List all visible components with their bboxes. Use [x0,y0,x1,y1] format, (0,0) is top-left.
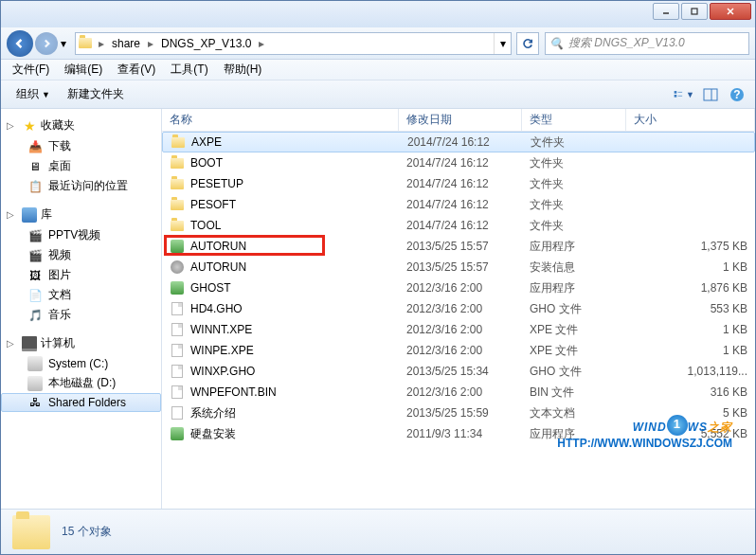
col-type[interactable]: 类型 [522,109,626,131]
file-name: AUTORUN [190,240,246,253]
tree-pictures[interactable]: 🖼图片 [1,265,161,285]
file-name: GHOST [190,281,231,295]
file-list-area: 名称 修改日期 类型 大小 AXPE2014/7/24 16:12文件夹BOOT… [162,109,755,509]
file-size: 1 KB [626,323,755,336]
menu-view[interactable]: 查看(V) [110,60,163,80]
tree-pptv[interactable]: 🎬PPTV视频 [1,225,161,245]
file-size: 1,876 KB [626,281,755,295]
tree-desktop[interactable]: 🖥桌面 [1,156,161,176]
disk-icon [27,376,43,391]
back-button[interactable] [7,30,33,57]
tree-shared-folders[interactable]: 🖧Shared Folders [1,393,161,412]
svg-text:?: ? [733,88,740,101]
history-dropdown[interactable]: ▾ [58,30,69,57]
tree-computer[interactable]: ▷计算机 [1,332,161,354]
tree-documents[interactable]: 📄文档 [1,285,161,305]
tree-drive-c[interactable]: System (C:) [1,354,161,373]
menu-help[interactable]: 帮助(H) [216,60,270,80]
help-button[interactable]: ? [727,84,747,105]
file-row[interactable]: WINXP.GHO2013/5/25 15:34GHO 文件1,013,119.… [162,361,755,382]
crumb-share[interactable]: share [108,33,144,54]
crumb-current[interactable]: DNGS_XP_V13.0 [157,33,255,54]
tree-drive-d[interactable]: 本地磁盘 (D:) [1,373,161,393]
download-icon: 📥 [27,139,43,154]
file-row[interactable]: TOOL2014/7/24 16:12文件夹 [162,215,755,236]
forward-button[interactable] [35,32,58,55]
file-date: 2012/3/16 2:00 [399,344,522,357]
address-bar[interactable]: ▸ share ▸ DNGS_XP_V13.0 ▸ ▾ [75,32,512,55]
file-date: 2012/3/16 2:00 [399,302,522,315]
file-row[interactable]: WNPEFONT.BIN2012/3/16 2:00BIN 文件316 KB [162,382,755,403]
globe-icon [667,415,688,436]
file-row[interactable]: PESOFT2014/7/24 16:12文件夹 [162,194,755,215]
file-date: 2014/7/24 16:12 [399,198,522,211]
nav-tree: ▷★收藏夹 📥下载 🖥桌面 📋最近访问的位置 ▷库 🎬PPTV视频 🎬视频 🖼图… [1,109,162,509]
file-name: PESETUP [190,177,243,190]
blank-icon [170,322,185,337]
tree-downloads[interactable]: 📥下载 [1,136,161,156]
file-type: 文件夹 [522,197,626,213]
file-type: GHO 文件 [522,301,626,317]
file-row[interactable]: WINNT.XPE2012/3/16 2:00XPE 文件1 KB [162,319,755,340]
search-input[interactable]: 🔍 搜索 DNGS_XP_V13.0 [545,32,749,55]
menu-file[interactable]: 文件(F) [5,60,57,80]
file-date: 2013/5/25 15:34 [399,365,522,378]
folder-icon [170,218,185,233]
file-name: TOOL [190,219,221,232]
file-date: 2014/7/24 16:12 [399,156,522,170]
maximize-button[interactable] [681,3,708,20]
recent-icon: 📋 [27,179,43,194]
refresh-button[interactable] [516,32,539,55]
file-row[interactable]: HD4.GHO2012/3/16 2:00GHO 文件553 KB [162,298,755,319]
file-row[interactable]: BOOT2014/7/24 16:12文件夹 [162,152,755,173]
menu-tools[interactable]: 工具(T) [163,60,215,80]
file-name: WINPE.XPE [190,344,254,357]
minimize-button[interactable] [653,3,679,20]
tree-video[interactable]: 🎬视频 [1,245,161,265]
star-icon: ★ [22,118,37,134]
toolbar: 组织 ▼ 新建文件夹 ▼ ? [1,81,755,109]
document-icon: 📄 [27,288,43,303]
app-icon [170,239,185,254]
file-size: 1,375 KB [626,240,755,253]
file-name: AXPE [191,135,222,149]
close-button[interactable] [710,3,751,20]
file-date: 2014/7/24 16:12 [400,135,523,149]
file-date: 2011/9/3 11:34 [399,427,522,440]
file-name: PESOFT [190,198,236,211]
root-crumb-arrow[interactable]: ▸ [95,37,108,50]
file-name: WINNT.XPE [190,323,252,336]
file-row[interactable]: PESETUP2014/7/24 16:12文件夹 [162,173,755,194]
nav-bar: ▾ ▸ share ▸ DNGS_XP_V13.0 ▸ ▾ 🔍 搜索 DNGS_… [1,27,755,60]
computer-icon [22,336,37,351]
file-type: 文件夹 [523,134,627,151]
address-dropdown[interactable]: ▾ [494,33,511,54]
file-name: AUTORUN [190,260,246,274]
file-type: 文件夹 [522,218,626,234]
new-folder-button[interactable]: 新建文件夹 [60,83,132,105]
file-row[interactable]: WINPE.XPE2012/3/16 2:00XPE 文件1 KB [162,340,755,361]
menu-edit[interactable]: 编辑(E) [57,60,110,80]
tree-music[interactable]: 🎵音乐 [1,305,161,325]
file-date: 2014/7/24 16:12 [399,177,522,190]
tree-libraries[interactable]: ▷库 [1,204,161,225]
view-options-button[interactable]: ▼ [674,84,694,105]
organize-button[interactable]: 组织 ▼ [9,83,58,105]
col-modified[interactable]: 修改日期 [399,109,522,131]
network-icon: 🖧 [27,395,43,410]
file-row[interactable]: AXPE2014/7/24 16:12文件夹 [162,132,755,152]
file-type: 安装信息 [522,260,626,276]
column-headers: 名称 修改日期 类型 大小 [162,109,755,132]
file-row[interactable]: AUTORUN2013/5/25 15:57安装信息1 KB [162,257,755,278]
col-name[interactable]: 名称 [162,109,399,131]
file-name: BOOT [190,156,223,170]
tree-favorites[interactable]: ▷★收藏夹 [1,115,161,136]
file-row[interactable]: AUTORUN2013/5/25 15:57应用程序1,375 KB [162,236,755,257]
file-date: 2012/3/16 2:00 [399,385,522,399]
preview-pane-button[interactable] [700,84,721,105]
file-date: 2014/7/24 16:12 [399,219,522,232]
tree-recent[interactable]: 📋最近访问的位置 [1,176,161,196]
file-row[interactable]: GHOST2012/3/16 2:00应用程序1,876 KB [162,278,755,298]
file-name: 系统介绍 [190,405,236,421]
col-size[interactable]: 大小 [626,109,755,131]
